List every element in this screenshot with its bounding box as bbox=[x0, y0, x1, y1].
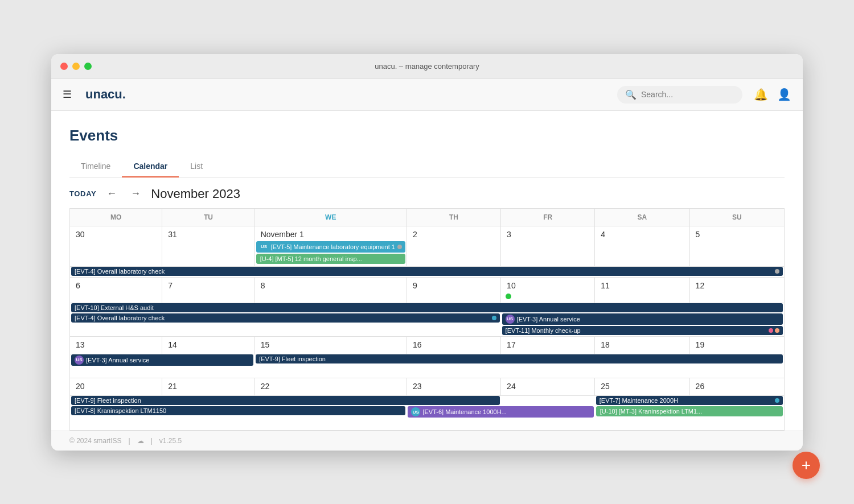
calendar-spacer-3 bbox=[70, 367, 785, 378]
calendar-span-row-4a: [EVT-9] Fleet inspection [EVT-7] Mainten… bbox=[70, 396, 785, 407]
tab-calendar[interactable]: Calendar bbox=[122, 156, 179, 177]
titlebar: unacu. – manage contemporary bbox=[51, 54, 803, 79]
version: v1.25.5 bbox=[159, 437, 182, 445]
menu-icon[interactable]: ☰ bbox=[63, 88, 72, 101]
weekday-sa: SA bbox=[595, 208, 689, 226]
event-evt3-row2[interactable]: US [EVT-3] Annual service bbox=[502, 313, 783, 325]
event-evt9-row3[interactable]: [EVT-9] Fleet inspection bbox=[256, 354, 783, 363]
tabs: Timeline Calendar List bbox=[69, 156, 785, 177]
weekday-tu: TU bbox=[162, 208, 254, 226]
event-evt5[interactable]: US [EVT-5] Maintenance laboratory equipm… bbox=[256, 241, 405, 253]
page-title: Events bbox=[69, 127, 785, 144]
day-nov4: 4 bbox=[595, 226, 689, 266]
nav-icons: 🔔 👤 bbox=[754, 88, 791, 101]
minimize-button[interactable] bbox=[72, 63, 80, 70]
event-evt10[interactable]: [EVT-10] External H&S audit bbox=[71, 303, 783, 312]
day-oct31: 31 bbox=[162, 226, 254, 266]
day-nov21: 21 bbox=[162, 378, 254, 396]
day-nov14: 14 bbox=[162, 336, 254, 354]
evt5-dot bbox=[397, 245, 402, 249]
day-nov26: 26 bbox=[689, 378, 784, 396]
day-nov20: 20 bbox=[70, 378, 162, 396]
day-nov8: 8 bbox=[254, 277, 407, 303]
main-content: Events Timeline Calendar List TODAY ← → … bbox=[51, 111, 803, 431]
maximize-button[interactable] bbox=[84, 63, 92, 70]
calendar-span-row-2a: [EVT-10] External H&S audit bbox=[70, 303, 785, 313]
weekday-fr: FR bbox=[501, 208, 595, 226]
search-bar[interactable]: 🔍 bbox=[617, 86, 742, 104]
event-evt4-row2[interactable]: [EVT-4] Overall laboratory check bbox=[71, 313, 500, 323]
day-nov10: 10 bbox=[501, 277, 595, 303]
search-icon: 🔍 bbox=[625, 89, 637, 100]
event-evt4-row1[interactable]: [EVT-4] Overall laboratory check bbox=[71, 267, 783, 276]
tab-list[interactable]: List bbox=[179, 156, 214, 177]
event-evt3-row3[interactable]: US [EVT-3] Annual service bbox=[71, 354, 253, 366]
nov10-dot bbox=[506, 294, 511, 299]
day-nov13: 13 bbox=[70, 336, 162, 354]
tab-timeline[interactable]: Timeline bbox=[69, 156, 122, 177]
app-window: unacu. – manage contemporary ☰ unacu. 🔍 … bbox=[51, 54, 803, 451]
day-nov25: 25 bbox=[595, 378, 689, 396]
top-navigation: ☰ unacu. 🔍 🔔 👤 bbox=[51, 79, 803, 111]
calendar-spacer-4 bbox=[70, 419, 785, 430]
copyright: © 2024 smartISS bbox=[69, 437, 122, 445]
weekday-mo: MO bbox=[70, 208, 162, 226]
day-nov7: 7 bbox=[162, 277, 254, 303]
calendar-span-row-1: [EVT-4] Overall laboratory check bbox=[70, 266, 785, 277]
next-month-button[interactable]: → bbox=[127, 187, 144, 201]
calendar-row-1: 30 31 November 1 US bbox=[70, 226, 785, 266]
window-controls bbox=[60, 63, 92, 70]
calendar-span-row-2b: [EVT-4] Overall laboratory check US [EVT… bbox=[70, 313, 785, 337]
event-evt6[interactable]: US [EVT-6] Maintenance 1000H... bbox=[408, 406, 593, 418]
day-nov19: 19 bbox=[689, 336, 784, 354]
calendar-row-2: 6 7 8 9 10 bbox=[70, 277, 785, 303]
day-nov5: 5 bbox=[689, 226, 784, 266]
window-title: unacu. – manage contemporary bbox=[375, 62, 479, 71]
app-logo: unacu. bbox=[85, 87, 606, 102]
day-nov11: 11 bbox=[595, 277, 689, 303]
event-evt8[interactable]: [EVT-8] Kraninspektion LTM1150 bbox=[71, 406, 405, 415]
event-mt5[interactable]: [U-4] [MT-5] 12 month general insp... bbox=[256, 254, 405, 264]
day-nov22: 22 bbox=[254, 378, 407, 396]
calendar-span-row-3a: US [EVT-3] Annual service [EVT-9] Fleet … bbox=[70, 354, 785, 367]
close-button[interactable] bbox=[60, 63, 68, 70]
day-nov12: 12 bbox=[689, 277, 784, 303]
add-fab-button[interactable]: + bbox=[793, 452, 820, 479]
notification-icon[interactable]: 🔔 bbox=[754, 88, 768, 101]
month-label: November 2023 bbox=[151, 187, 240, 201]
evt6-avatar: US bbox=[411, 407, 420, 416]
day-nov16: 16 bbox=[407, 336, 500, 354]
user-icon[interactable]: 👤 bbox=[777, 88, 791, 101]
calendar-controls: TODAY ← → November 2023 bbox=[69, 177, 785, 208]
day-nov24: 24 bbox=[501, 378, 595, 396]
event-evt9-row4[interactable]: [EVT-9] Fleet inspection bbox=[71, 396, 500, 405]
weekday-su: SU bbox=[689, 208, 784, 226]
evt5-avatar: US bbox=[260, 242, 269, 251]
calendar-row-4: 20 21 22 23 bbox=[70, 378, 785, 396]
cloud-icon: ☁ bbox=[137, 437, 144, 445]
weekday-we: WE bbox=[254, 208, 407, 226]
day-nov2: 2 bbox=[407, 226, 500, 266]
today-button[interactable]: TODAY bbox=[69, 189, 96, 198]
day-nov17: 17 bbox=[501, 336, 595, 354]
day-nov18: 18 bbox=[595, 336, 689, 354]
event-mt3-u10[interactable]: [U-10] [MT-3] Kraninspektion LTM1... bbox=[596, 406, 783, 416]
prev-month-button[interactable]: ← bbox=[103, 187, 120, 201]
day-nov15: 15 bbox=[254, 336, 407, 354]
calendar-row-3: 13 14 15 16 bbox=[70, 336, 785, 354]
calendar-grid: MO TU WE TH FR SA SU 30 bbox=[69, 208, 785, 431]
day-nov3: 3 bbox=[501, 226, 595, 266]
day-nov6: 6 bbox=[70, 277, 162, 303]
day-nov1: November 1 US [EVT-5] Maintenance labora… bbox=[254, 226, 407, 266]
footer: © 2024 smartISS | ☁ | v1.25.5 bbox=[51, 431, 803, 451]
search-input[interactable] bbox=[641, 90, 734, 99]
event-evt11[interactable]: [EVT-11] Monthly check-up bbox=[502, 326, 783, 335]
day-nov23: 23 bbox=[407, 378, 500, 396]
day-oct30: 30 bbox=[70, 226, 162, 266]
weekday-th: TH bbox=[407, 208, 500, 226]
event-evt7[interactable]: [EVT-7] Maintenance 2000H bbox=[596, 396, 783, 405]
calendar-span-row-4b: [EVT-8] Kraninspektion LTM1150 US [EVT-6… bbox=[70, 406, 785, 419]
day-nov9: 9 bbox=[407, 277, 500, 303]
